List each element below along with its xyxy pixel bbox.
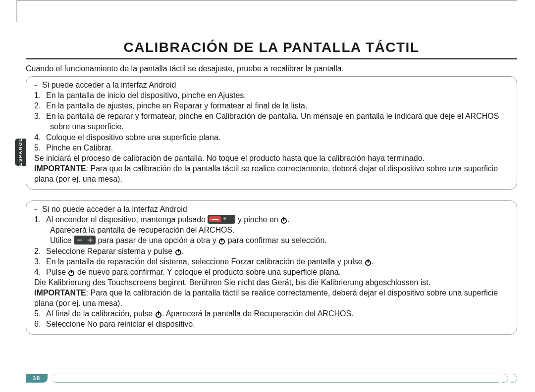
list-item: 3.En la pantalla de reparación del siste… (34, 256, 509, 267)
important-text: : Para que la calibración de la pantalla… (34, 164, 498, 183)
footer-bar: 38 (26, 374, 517, 383)
step-text: Utilice (50, 236, 74, 245)
page-title: CALIBRACIÓN DE LA PANTALLA TÁCTIL (26, 40, 517, 55)
page-number: 38 (26, 374, 48, 383)
step-text: para pasar de una opción a otra y (98, 236, 218, 245)
box-b-list-cont: 5.Al final de la calibración, pulse . Ap… (34, 308, 509, 329)
footer-cap (502, 374, 508, 383)
power-icon (365, 259, 372, 266)
power-icon (175, 248, 182, 255)
instructions-box-can-access: -Si puede acceder a la interfaz Android … (26, 76, 517, 190)
volume-rocker-long-icon (208, 215, 235, 224)
list-item: 5.Al final de la calibración, pulse . Ap… (34, 308, 509, 319)
power-icon (218, 238, 225, 245)
power-icon (155, 311, 162, 318)
step-text: y pinche en (238, 215, 280, 224)
box-heading-text: Si no puede acceder a la interfaz Androi… (42, 205, 187, 213)
step-text: para confirmar su selección. (228, 236, 327, 245)
list-item: 3.En la pantalla de reparar y formatear,… (34, 111, 509, 132)
step-text: de nuevo para confirmar. Y coloque el pr… (77, 268, 341, 276)
step-text: Seleccione Reparar sistema y pulse (46, 247, 175, 255)
crop-mark-left (16, 0, 17, 22)
svg-rect-8 (77, 240, 82, 241)
box-a-important: IMPORTANTE: Para que la calibración de l… (34, 163, 509, 184)
step-text: Pinche en Calibrar. (46, 144, 113, 152)
important-text: : Para que la calibración de la pantalla… (34, 289, 498, 307)
step-text: Coloque el dispositivo sobre una superfi… (46, 133, 220, 142)
box-heading: -Si no puede acceder a la interfaz Andro… (34, 204, 509, 214)
svg-rect-10 (90, 238, 91, 243)
important-label: IMPORTANTE (34, 164, 86, 173)
instructions-box-cannot-access: -Si no puede acceder a la interfaz Andro… (26, 200, 517, 335)
lead-paragraph: Cuando el funcionamiento de la pantalla … (26, 64, 517, 73)
list-item: 1.Al encender el dispositivo, mantenga p… (34, 214, 509, 245)
step-text: En la pantalla de ajustes, pinche en Rep… (46, 101, 307, 110)
power-icon (280, 217, 287, 224)
page-content: CALIBRACIÓN DE LA PANTALLA TÁCTIL Cuando… (26, 30, 517, 345)
language-tab: ESPAÑOL (15, 139, 26, 166)
power-icon (68, 269, 75, 276)
list-item: 1.En la pantalla de inicio del dispositi… (34, 90, 509, 100)
svg-rect-4 (224, 217, 225, 220)
step-text: En la pantalla de inicio del dispositivo… (46, 91, 246, 99)
step-text: Aparecerá la pantalla de recuperación de… (50, 226, 235, 234)
step-text: En la pantalla de reparación del sistema… (46, 257, 365, 266)
footer-cap (511, 374, 517, 383)
box-b-important: IMPORTANTE: Para que la calibración de l… (34, 288, 509, 308)
footer-rule (52, 374, 499, 383)
important-label: IMPORTANTE (34, 289, 86, 297)
crop-mark-top (16, 0, 517, 1)
list-item: 5.Pinche en Calibrar. (34, 143, 509, 153)
box-b-list: 1.Al encender el dispositivo, mantenga p… (34, 214, 509, 277)
step-text: . Aparecerá la pantalla de Recuperación … (162, 309, 354, 318)
box-heading: -Si puede acceder a la interfaz Android (34, 80, 509, 90)
step-text: Al final de la calibración, pulse (46, 309, 155, 318)
list-item: 2.Seleccione Reparar sistema y pulse . (34, 246, 509, 256)
step-text: Seleccione No para reiniciar el disposit… (46, 320, 195, 328)
list-item: 2.En la pantalla de ajustes, pinche en R… (34, 100, 509, 111)
list-item: 4.Pulse de nuevo para confirmar. Y coloq… (34, 267, 509, 277)
list-item: 6.Seleccione No para reiniciar el dispos… (34, 319, 509, 329)
step-text: Pulse (46, 268, 68, 276)
step-text: En la pantalla de reparar y formatear, p… (46, 112, 499, 131)
box-a-note: Se iniciará el proceso de calibración de… (34, 153, 509, 163)
list-item: 4.Coloque el dispositivo sobre una super… (34, 132, 509, 143)
volume-rocker-short-icon (74, 236, 96, 245)
box-heading-text: Si puede acceder a la interfaz Android (42, 81, 176, 89)
step-text: Al encender el dispositivo, mantenga pul… (46, 215, 208, 224)
box-a-list: 1.En la pantalla de inicio del dispositi… (34, 90, 509, 153)
title-rule (26, 58, 517, 59)
box-b-midnote: Die Kalibrierung des Touchscreens beginn… (34, 277, 509, 288)
